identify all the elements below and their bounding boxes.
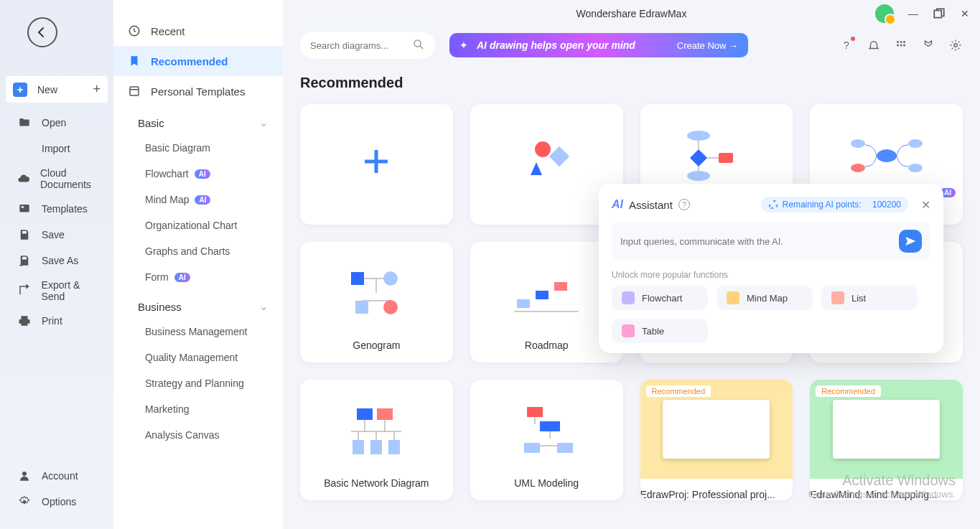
nav-personal-templates[interactable]: Personal Templates	[113, 76, 283, 106]
menu-templates[interactable]: Templates	[0, 196, 113, 222]
cat-flowchart[interactable]: FlowchartAI	[113, 161, 283, 187]
assistant-chip[interactable]: Flowchart	[612, 286, 708, 310]
search-input[interactable]	[310, 40, 412, 51]
export-icon	[17, 284, 32, 298]
window-maximize[interactable]	[933, 7, 946, 20]
menu-label: New	[37, 84, 57, 95]
cat-marketing[interactable]: Marketing	[113, 396, 283, 422]
svg-point-31	[383, 271, 398, 286]
cat-strategy-planning[interactable]: Strategy and Planning	[113, 370, 283, 396]
template-card[interactable]: Genogram	[300, 242, 453, 362]
menu-label: Save	[42, 229, 65, 240]
apps-icon[interactable]	[894, 38, 908, 52]
svg-point-16	[903, 45, 905, 47]
template-card[interactable]	[300, 104, 453, 225]
cat-form[interactable]: FormAI	[113, 264, 283, 290]
cat-mind-map[interactable]: Mind MapAI	[113, 187, 283, 212]
menu-import[interactable]: Import	[0, 136, 113, 161]
menu-label: Account	[42, 470, 78, 482]
menu-options[interactable]: Options	[0, 489, 113, 515]
menu-label: Export & Send	[42, 279, 105, 302]
assistant-close[interactable]: ✕	[921, 198, 930, 212]
cat-business-management[interactable]: Business Management	[113, 319, 283, 345]
assistant-chip[interactable]: Mind Map	[717, 286, 813, 310]
save-as-icon	[17, 253, 32, 268]
cat-quality-management[interactable]: Quality Management	[113, 345, 283, 370]
ai-banner[interactable]: ✦ AI drawing helps open your mind Create…	[449, 33, 748, 57]
help-mini-icon[interactable]: ?	[678, 199, 690, 210]
svg-point-26	[851, 139, 865, 148]
svg-rect-30	[351, 272, 364, 285]
assistant-title: Assistant	[629, 199, 673, 211]
menu-label: Templates	[42, 203, 88, 215]
svg-point-18	[535, 141, 551, 157]
svg-rect-53	[557, 443, 573, 453]
svg-rect-48	[370, 440, 382, 454]
assistant-chip[interactable]: List	[821, 286, 918, 310]
folder-icon	[17, 116, 32, 130]
assistant-input[interactable]	[620, 236, 892, 247]
assistant-chip[interactable]: Table	[612, 319, 708, 343]
svg-point-29	[908, 164, 923, 172]
cat-analysis-canvas[interactable]: Analysis Canvas	[113, 422, 283, 448]
ai-badge: AI	[195, 195, 210, 205]
template-card[interactable]: Basic Network Diagram	[300, 380, 453, 500]
svg-rect-46	[377, 408, 393, 420]
svg-point-25	[877, 149, 897, 162]
svg-marker-22	[690, 149, 707, 167]
menu-save[interactable]: Save	[0, 222, 113, 248]
settings-icon[interactable]	[948, 38, 963, 52]
back-button[interactable]	[27, 17, 57, 47]
template-card[interactable]: UML Modeling	[470, 380, 623, 500]
menu-print[interactable]: Print	[0, 308, 113, 334]
svg-rect-0	[19, 205, 29, 212]
menu-account[interactable]: Account	[0, 463, 113, 489]
section-business[interactable]: Business ⌄	[113, 290, 283, 319]
print-icon	[17, 314, 32, 328]
file-sidebar: + New + Open Import Cloud Documents Temp…	[0, 0, 113, 529]
help-icon[interactable]: ?	[839, 38, 854, 52]
card-thumbnail	[307, 390, 446, 473]
window-close[interactable]: ✕	[958, 7, 971, 20]
bell-icon[interactable]	[867, 38, 881, 52]
chip-label: List	[851, 293, 866, 304]
search-box[interactable]	[300, 32, 435, 59]
cat-org-chart[interactable]: Organizational Chart	[113, 212, 283, 238]
menu-export-send[interactable]: Export & Send	[0, 273, 113, 308]
menu-open[interactable]: Open	[0, 110, 113, 136]
menu-new[interactable]: + New +	[6, 76, 108, 103]
ai-badge: AI	[174, 273, 190, 282]
avatar[interactable]	[875, 4, 894, 23]
gear-icon	[17, 495, 32, 509]
cat-basic-diagram[interactable]: Basic Diagram	[113, 135, 283, 161]
top-tools: ?	[839, 38, 963, 52]
card-label: Roadmap	[525, 340, 569, 351]
theme-icon[interactable]	[921, 38, 935, 52]
section-basic[interactable]: Basic ⌄	[113, 106, 283, 135]
nav-recent[interactable]: Recent	[113, 16, 283, 46]
svg-rect-23	[719, 153, 733, 163]
card-label: EdrawProj: Professional proj...	[640, 483, 793, 500]
menu-cloud-documents[interactable]: Cloud Documents	[0, 161, 113, 196]
menu-save-as[interactable]: Save As	[0, 248, 113, 273]
nav-recommended[interactable]: Recommended	[113, 46, 283, 76]
svg-point-11	[897, 41, 899, 43]
cat-graphs-charts[interactable]: Graphs and Charts	[113, 238, 283, 264]
ai-points-pill[interactable]: Remaining AI points: 100200	[761, 197, 908, 212]
menu-label: Options	[42, 496, 76, 507]
chip-label: Table	[642, 326, 664, 337]
window-minimize[interactable]: —	[907, 7, 920, 20]
svg-rect-51	[540, 421, 560, 431]
add-plus-icon[interactable]: +	[93, 82, 101, 97]
template-card[interactable]: Recommended EdrawMind: Mind Mapping...	[810, 380, 963, 500]
section-title: Recommended	[300, 75, 963, 91]
svg-point-2	[22, 472, 27, 476]
svg-rect-52	[524, 443, 540, 453]
chip-icon	[622, 291, 635, 304]
card-thumbnail	[477, 390, 616, 473]
svg-marker-20	[531, 162, 542, 175]
cloud-icon	[17, 172, 30, 186]
clock-icon	[128, 24, 141, 37]
assistant-send-button[interactable]	[899, 230, 922, 253]
template-card[interactable]: Recommended EdrawProj: Professional proj…	[640, 380, 793, 500]
